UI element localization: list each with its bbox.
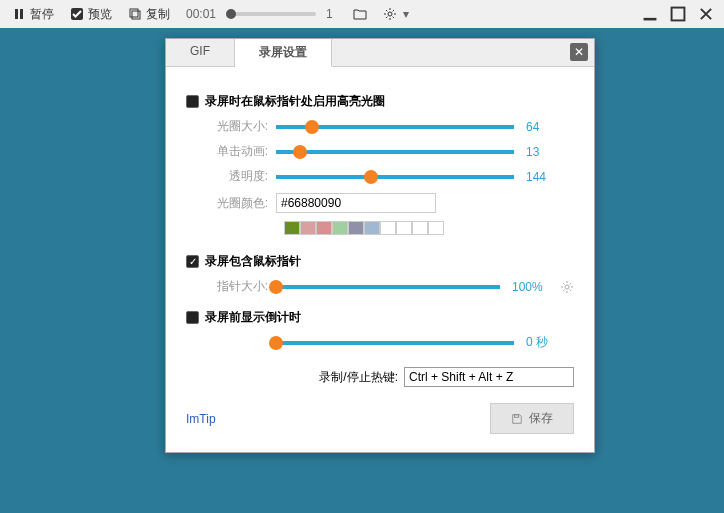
color-swatch[interactable] (316, 221, 332, 235)
color-swatches (284, 221, 574, 235)
opacity-label: 透明度: (186, 168, 276, 185)
maximize-button[interactable] (666, 5, 690, 23)
opacity-value: 144 (526, 170, 574, 184)
color-swatch[interactable] (348, 221, 364, 235)
folder-icon (353, 7, 367, 21)
countdown-title: 录屏前显示倒计时 (205, 309, 301, 326)
copy-icon (128, 7, 142, 21)
color-swatch[interactable] (380, 221, 396, 235)
halo-size-value: 64 (526, 120, 574, 134)
open-button[interactable] (347, 5, 373, 23)
opacity-slider[interactable] (276, 175, 514, 179)
save-icon (511, 413, 523, 425)
countdown-checkbox[interactable] (186, 311, 199, 324)
check-icon (70, 7, 84, 21)
halo-size-row: 光圈大小: 64 (186, 118, 574, 135)
imtip-link[interactable]: ImTip (186, 412, 216, 426)
opacity-thumb[interactable] (364, 170, 378, 184)
close-button[interactable] (694, 5, 718, 23)
toolbar: 暂停 预览 复制 00:01 1 ▾ (0, 0, 724, 28)
pointer-size-slider[interactable] (276, 285, 500, 289)
svg-rect-3 (130, 9, 138, 17)
cursor-section-header[interactable]: 录屏包含鼠标指针 (186, 253, 574, 270)
pause-icon (12, 7, 26, 21)
svg-rect-9 (514, 414, 518, 417)
time-slider-thumb[interactable] (226, 9, 236, 19)
click-anim-value: 13 (526, 145, 574, 159)
highlight-checkbox[interactable] (186, 95, 199, 108)
svg-rect-6 (644, 18, 657, 21)
tab-gif[interactable]: GIF (166, 39, 235, 66)
gear-icon (383, 7, 397, 21)
color-swatch[interactable] (364, 221, 380, 235)
preview-label: 预览 (88, 6, 112, 23)
tab-recording-settings[interactable]: 录屏设置 (235, 39, 332, 67)
halo-color-row: 光圈颜色: (186, 193, 574, 213)
pause-label: 暂停 (30, 6, 54, 23)
color-swatch[interactable] (428, 221, 444, 235)
color-swatch[interactable] (332, 221, 348, 235)
save-label: 保存 (529, 410, 553, 427)
opacity-row: 透明度: 144 (186, 168, 574, 185)
color-swatch[interactable] (300, 221, 316, 235)
color-swatch[interactable] (412, 221, 428, 235)
color-swatch[interactable] (396, 221, 412, 235)
cursor-title: 录屏包含鼠标指针 (205, 253, 301, 270)
pointer-size-row: 指针大小: 100% (186, 278, 574, 295)
svg-rect-7 (672, 8, 685, 21)
click-anim-row: 单击动画: 13 (186, 143, 574, 160)
svg-point-5 (388, 12, 392, 16)
time-slider[interactable] (226, 12, 316, 16)
minimize-button[interactable] (638, 5, 662, 23)
copy-label: 复制 (146, 6, 170, 23)
highlight-title: 录屏时在鼠标指针处启用高亮光圈 (205, 93, 385, 110)
save-button[interactable]: 保存 (490, 403, 574, 434)
hotkey-row: 录制/停止热键: (186, 367, 574, 387)
dialog-footer: ImTip 保存 (186, 399, 574, 442)
halo-color-input[interactable] (276, 193, 436, 213)
highlight-section-header[interactable]: 录屏时在鼠标指针处启用高亮光圈 (186, 93, 574, 110)
countdown-row: 0 秒 (186, 334, 574, 351)
halo-size-thumb[interactable] (305, 120, 319, 134)
frame-label: 1 (326, 7, 333, 21)
hotkey-input[interactable] (404, 367, 574, 387)
tab-bar: GIF 录屏设置 ✕ (166, 39, 594, 67)
pointer-size-label: 指针大小: (186, 278, 276, 295)
pointer-size-thumb[interactable] (269, 280, 283, 294)
halo-size-label: 光圈大小: (186, 118, 276, 135)
settings-button[interactable] (377, 5, 403, 23)
svg-rect-1 (20, 9, 23, 19)
click-anim-label: 单击动画: (186, 143, 276, 160)
countdown-slider[interactable] (276, 341, 514, 345)
preview-button[interactable]: 预览 (64, 4, 118, 25)
click-anim-slider[interactable] (276, 150, 514, 154)
dialog-close-button[interactable]: ✕ (570, 43, 588, 61)
hotkey-label: 录制/停止热键: (319, 369, 398, 386)
halo-size-slider[interactable] (276, 125, 514, 129)
pointer-settings-icon[interactable] (560, 280, 574, 294)
countdown-value: 0 秒 (526, 334, 574, 351)
svg-rect-0 (15, 9, 18, 19)
countdown-thumb[interactable] (269, 336, 283, 350)
halo-color-label: 光圈颜色: (186, 195, 276, 212)
copy-button[interactable]: 复制 (122, 4, 176, 25)
svg-point-8 (565, 285, 569, 289)
cursor-checkbox[interactable] (186, 255, 199, 268)
countdown-section-header[interactable]: 录屏前显示倒计时 (186, 309, 574, 326)
pointer-size-value: 100% (512, 280, 560, 294)
dialog-body: 录屏时在鼠标指针处启用高亮光圈 光圈大小: 64 单击动画: 13 透明度: 1… (166, 67, 594, 452)
svg-rect-4 (132, 11, 140, 19)
pause-button[interactable]: 暂停 (6, 4, 60, 25)
time-label: 00:01 (186, 7, 216, 21)
color-swatch[interactable] (284, 221, 300, 235)
settings-dialog: GIF 录屏设置 ✕ 录屏时在鼠标指针处启用高亮光圈 光圈大小: 64 单击动画… (165, 38, 595, 453)
click-anim-thumb[interactable] (293, 145, 307, 159)
